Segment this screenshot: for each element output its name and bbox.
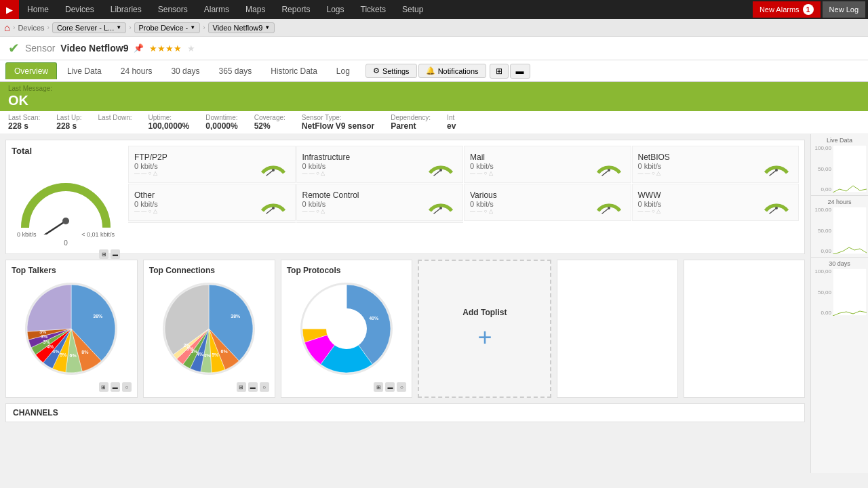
stat-value: 100,0000% <box>149 121 190 131</box>
side-live-data-label: Live Data <box>812 137 867 144</box>
svg-text:4%: 4% <box>204 353 212 358</box>
tab-icon-button-1[interactable]: ⊞ <box>490 64 509 79</box>
nav-item-tickets[interactable]: Tickets <box>353 0 395 19</box>
sensor-check-icon: ✔ <box>8 40 20 56</box>
toplist-ctrl-icon2[interactable]: ▬ <box>385 382 395 392</box>
nav-item-home[interactable]: Home <box>19 0 57 19</box>
breadcrumb-video-netflow9[interactable]: Video Netflow9 ▼ <box>208 22 275 33</box>
gauge-icon2[interactable]: ▬ <box>111 249 120 259</box>
stat-item: Last Up:228 s <box>56 114 81 131</box>
nav-item-maps[interactable]: Maps <box>237 0 273 19</box>
tab-log[interactable]: Log <box>328 62 359 79</box>
stat-value: Parent <box>391 121 431 131</box>
nav-item-logs[interactable]: Logs <box>318 0 352 19</box>
protocol-footer: — — ○ △ <box>302 170 351 176</box>
protocol-value: 0 kbit/s <box>470 200 497 208</box>
toplist-ctrl-icon1[interactable]: ⊞ <box>374 382 383 392</box>
stat-item: Intev <box>447 114 456 131</box>
protocol-name: Various <box>470 190 497 200</box>
stat-value: ev <box>447 121 456 131</box>
nav-item-devices[interactable]: Devices <box>57 0 102 19</box>
settings-icon: ⚙ <box>373 66 380 75</box>
last-message-label: Last Message: <box>8 85 860 92</box>
svg-text:5%: 5% <box>60 352 68 357</box>
stat-label: Uptime: <box>149 114 190 121</box>
protocol-name: FTP/P2P <box>134 152 167 162</box>
toplist-ctrl-icon1[interactable]: ⊞ <box>237 382 246 392</box>
side-30d-label: 30 days <box>812 260 867 267</box>
protocol-name: Remote Control <box>302 190 359 200</box>
nav-item-setup[interactable]: Setup <box>394 0 431 19</box>
new-alarms-label: New Alarms <box>760 5 800 14</box>
stat-value: 228 s <box>56 121 81 131</box>
svg-point-9 <box>775 169 778 171</box>
protocol-mini-gauge <box>760 150 793 179</box>
toplist-ctrl-icon3[interactable]: ○ <box>260 382 269 392</box>
notifications-button[interactable]: 🔔Notifications <box>418 64 486 78</box>
nav-item-sensors[interactable]: Sensors <box>150 0 196 19</box>
tab-historic-data[interactable]: Historic Data <box>262 62 326 79</box>
breadcrumb-home[interactable]: ⌂ <box>4 22 10 33</box>
stat-item: Last Scan:228 s <box>8 114 40 131</box>
svg-point-15 <box>608 207 610 209</box>
nav-item-alarms[interactable]: Alarms <box>196 0 237 19</box>
tab-icon-button-2[interactable]: ▬ <box>510 64 530 79</box>
live-data-chart <box>833 145 867 192</box>
status-value: OK <box>8 92 860 108</box>
svg-point-1 <box>62 218 69 224</box>
toplist-ctrl-icon2[interactable]: ▬ <box>111 382 120 392</box>
toplist-ctrl-icon1[interactable]: ⊞ <box>99 382 108 392</box>
protocol-name: Infrastructure <box>302 152 351 162</box>
breadcrumb-probe-device[interactable]: Probe Device - ▼ <box>134 22 201 33</box>
svg-text:4%: 4% <box>53 349 60 354</box>
toplist-pie-chart: 38%6%5%4%4%3%3%2% <box>158 278 260 380</box>
protocol-mini-gauge <box>425 150 457 179</box>
toplist-ctrl-icon3[interactable]: ○ <box>122 382 132 392</box>
breadcrumb-sep: › <box>13 24 15 31</box>
svg-text:38%: 38% <box>231 314 241 319</box>
empty-toplist-panel <box>557 260 678 398</box>
protocol-footer: — — ○ △ <box>470 208 497 214</box>
tab-365-days[interactable]: 365 days <box>210 62 260 79</box>
new-alarms-button[interactable]: New Alarms 1 <box>753 1 821 18</box>
gauge-icon1[interactable]: ⊞ <box>99 249 108 259</box>
svg-point-17 <box>775 207 778 209</box>
settings-button[interactable]: ⚙Settings <box>366 64 417 78</box>
nav-item-libraries[interactable]: Libraries <box>102 0 150 19</box>
stat-value: 228 s <box>8 121 40 131</box>
toplist-ctrl-icon2[interactable]: ▬ <box>248 382 258 392</box>
tab-24-hours[interactable]: 24 hours <box>112 62 161 79</box>
sensor-name: Video Netflow9 <box>60 43 128 54</box>
nav-item-reports[interactable]: Reports <box>273 0 318 19</box>
svg-text:8%: 8% <box>82 350 90 354</box>
protocol-cell-mail: Mail 0 kbit/s — — ○ △ <box>464 146 631 183</box>
protocol-value: 0 kbit/s <box>134 162 167 170</box>
stat-item: Coverage:52% <box>254 114 285 131</box>
protocol-cell-infrastructure: Infrastructure 0 kbit/s — — ○ △ <box>296 146 464 183</box>
stat-label: Int <box>447 114 456 121</box>
gauge-min-label: 0 kbit/s <box>17 231 37 238</box>
sensor-pin-icon: 📌 <box>134 43 144 53</box>
total-gauge-svg <box>12 160 120 235</box>
add-toplist-title: Add Toplist <box>462 308 507 317</box>
protocol-value: 0 kbit/s <box>470 162 494 170</box>
protocol-value: 0 kbit/s <box>134 200 158 208</box>
tab-overview[interactable]: Overview <box>5 62 57 79</box>
protocol-mini-gauge <box>257 188 290 217</box>
tab-live-data[interactable]: Live Data <box>58 62 111 79</box>
stat-value: NetFlow V9 sensor <box>302 121 374 131</box>
protocol-footer: — — ○ △ <box>470 170 494 176</box>
gauge-max-label: < 0,01 kbit/s <box>81 231 115 238</box>
toplist-panel-top-protocols: Top Protocols 40% ⊞ ▬ ○ <box>281 260 413 398</box>
new-alarms-badge: 1 <box>803 4 814 15</box>
breadcrumb-core-server[interactable]: Core Server - L... ▼ <box>52 22 126 33</box>
breadcrumb-devices[interactable]: Devices <box>18 24 44 32</box>
toplist-ctrl-icon3[interactable]: ○ <box>397 382 406 392</box>
add-toplist-panel[interactable]: Add Toplist + <box>418 260 551 398</box>
toplist-pie-chart: 38%8%6%5%4%4%3%3%3% <box>20 278 122 380</box>
stat-label: Coverage: <box>254 114 285 121</box>
new-log-button[interactable]: New Log <box>823 1 865 18</box>
toplist-title: Top Protocols <box>287 266 407 275</box>
stat-label: Last Scan: <box>8 114 40 121</box>
tab-30-days[interactable]: 30 days <box>162 62 208 79</box>
